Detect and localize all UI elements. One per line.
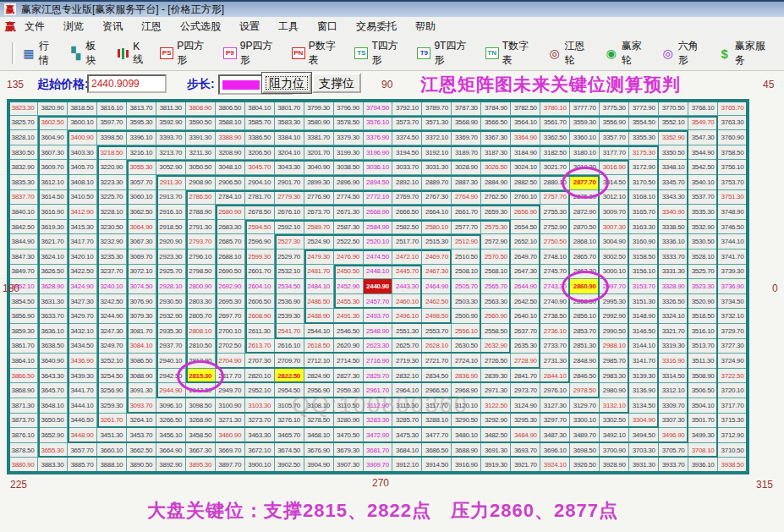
- toolbar-label: 赢家服务: [735, 39, 773, 68]
- grid-cell: 3602.50: [38, 116, 68, 131]
- grid-cell: 3458.50: [186, 428, 216, 443]
- grid-cell: 3424.90: [68, 279, 97, 294]
- grid-cell: 2589.70: [304, 220, 334, 235]
- grid-cell: 3628.90: [38, 279, 68, 294]
- grid-cell: 2673.70: [304, 205, 334, 220]
- grid-cell: 3062.50: [127, 205, 156, 220]
- grid-cell: 3067.30: [127, 234, 156, 250]
- grid-cell: 3319.30: [659, 339, 688, 354]
- grid-cell: 3876.10: [8, 428, 38, 443]
- grid-cell: 3187.30: [481, 145, 511, 161]
- grid-cell: 3528.10: [688, 250, 718, 265]
- grid-cell: 3206.50: [245, 145, 275, 161]
- toolbar-button-sectors[interactable]: ▚板块: [69, 39, 106, 68]
- support-button[interactable]: 支撑位: [312, 73, 361, 93]
- toolbar-button-gann-wheel[interactable]: ◎江恩轮: [548, 39, 594, 68]
- toolbar-label: 赢家轮: [622, 39, 650, 68]
- grid-cell: 2644.90: [511, 279, 540, 294]
- grid-cell: 3175.30: [629, 145, 659, 161]
- grid-cell: 3441.70: [68, 383, 97, 398]
- grid-cell: 2844.10: [540, 369, 570, 384]
- menu-item-4[interactable]: 江恩: [141, 19, 162, 34]
- grid-cell: 3180.10: [570, 145, 600, 161]
- menu-item-5[interactable]: 公式选股: [180, 19, 221, 34]
- start-price-input[interactable]: [87, 74, 167, 93]
- grid-cell: 3268.90: [186, 414, 216, 429]
- grid-cell: 3696.10: [540, 443, 570, 458]
- grid-cell: 3717.70: [718, 398, 748, 414]
- toolbar-button-9t-square[interactable]: T99T四方形: [417, 39, 474, 68]
- grid-cell: 2702.50: [216, 339, 245, 354]
- grid-cell: 2892.10: [392, 175, 422, 190]
- grid-cell: 3300.10: [570, 414, 600, 429]
- toolbar-button-p-table[interactable]: PNP数字表: [292, 39, 344, 68]
- grid-cell: 2863.30: [570, 265, 600, 280]
- grid-cell: 2520.10: [364, 234, 393, 250]
- toolbar-button-winner-service[interactable]: $赢家服务: [718, 39, 773, 68]
- grid-cell: 3828.10: [8, 130, 38, 145]
- toolbar-label: 9T四方形: [434, 39, 474, 68]
- grid-cell: 2805.70: [186, 309, 216, 324]
- grid-cell: 3544.90: [688, 145, 718, 161]
- grid-cell: 2541.70: [275, 324, 304, 339]
- menu-item-8[interactable]: 窗口: [317, 19, 337, 34]
- grid-cell: 3163.30: [629, 220, 659, 235]
- toolbar-button-hexagon[interactable]: ◎六角形: [661, 39, 707, 68]
- menu-item-3[interactable]: 资讯: [102, 19, 123, 34]
- grid-cell: 3391.30: [186, 130, 216, 145]
- grid-cell: 2575.30: [481, 220, 511, 235]
- grid-cell: 3928.90: [600, 458, 629, 473]
- grid-cell: 2529.70: [275, 250, 304, 265]
- grid-cell: 3048.10: [216, 160, 245, 175]
- menu-item-10[interactable]: 帮助: [415, 19, 436, 34]
- resistance-button[interactable]: 阻力位: [262, 73, 311, 93]
- grid-cell: 3052.90: [156, 160, 186, 175]
- toolbar-button-kline[interactable]: K线: [116, 41, 149, 67]
- 9t-square-icon: T9: [417, 47, 430, 59]
- toolbar-button-t-table[interactable]: TNT数字表: [485, 39, 537, 68]
- grid-cell: 3144.10: [629, 339, 659, 354]
- grid-cell: 2666.50: [392, 205, 422, 220]
- grid-cell: 3036.10: [364, 160, 393, 175]
- grid-cell: 2877.70: [570, 175, 600, 190]
- menu-item-1[interactable]: 文件: [25, 19, 45, 34]
- grid-cell: 3722.50: [718, 369, 748, 384]
- menu-item-7[interactable]: 工具: [278, 19, 299, 34]
- grid-cell: 2724.10: [452, 354, 481, 369]
- menu-item-9[interactable]: 交易委托: [356, 19, 397, 34]
- grid-cell: 3868.90: [8, 383, 38, 398]
- grid-cell: 2517.70: [392, 234, 422, 250]
- hexagon-icon: ◎: [661, 47, 675, 60]
- grid-cell: 3415.30: [68, 220, 97, 235]
- grid-cell: 3604.90: [38, 130, 68, 145]
- toolbar-button-p-square[interactable]: PSP四方形: [160, 39, 212, 68]
- angle-label-180: 180: [3, 282, 19, 294]
- grid-cell: 3902.50: [275, 458, 304, 473]
- angle-label-225: 225: [10, 479, 27, 491]
- grid-cell: 3578.50: [334, 116, 364, 131]
- grid-cell: 3559.30: [570, 116, 600, 131]
- grid-cell: 3739.30: [718, 265, 748, 280]
- grid-cell: 3818.50: [68, 101, 97, 116]
- grid-cell: 2781.70: [245, 190, 275, 206]
- grid-cell: 3592.90: [156, 116, 186, 131]
- grid-cell: 2940.10: [156, 354, 186, 369]
- grid-cell: 3249.70: [97, 339, 127, 354]
- toolbar-button-winner-wheel[interactable]: ◉赢家轮: [605, 39, 650, 68]
- menu-item-6[interactable]: 设置: [239, 19, 260, 34]
- grid-cell: 2556.10: [452, 324, 481, 339]
- grid-cell: 3064.90: [127, 220, 156, 235]
- grid-cell: 3775.30: [600, 101, 629, 116]
- toolbar-button-quotes[interactable]: ▦行情: [22, 39, 58, 68]
- menu-item-2[interactable]: 浏览: [63, 19, 84, 34]
- grid-cell: 3417.70: [68, 234, 97, 250]
- grid-cell: 3686.50: [422, 443, 452, 458]
- toolbar-button-t-square[interactable]: TST四方形: [354, 39, 406, 68]
- grid-cell: 3028.90: [452, 160, 481, 175]
- quote-table-icon: ▦: [22, 47, 36, 60]
- grid-cell: 2524.90: [304, 234, 334, 250]
- grid-cell: 3127.30: [540, 398, 570, 414]
- grid-cell: 3854.50: [8, 294, 38, 310]
- toolbar-button-9p-square[interactable]: P99P四方形: [223, 39, 281, 68]
- grid-cell: 2683.30: [216, 220, 245, 235]
